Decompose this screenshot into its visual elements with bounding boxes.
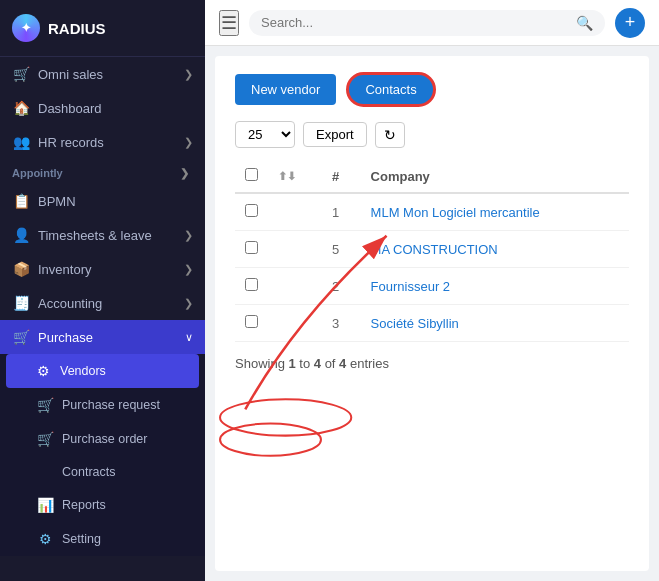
timesheets-icon: 👤 bbox=[12, 227, 30, 243]
chevron-icon: ❯ bbox=[184, 297, 193, 310]
omni-sales-icon: 🛒 bbox=[12, 66, 30, 82]
add-button[interactable]: + bbox=[615, 8, 645, 38]
sidebar-label-dashboard: Dashboard bbox=[38, 101, 102, 116]
select-all-header bbox=[235, 160, 268, 193]
row-checkbox-cell bbox=[235, 193, 268, 231]
hr-icon: 👥 bbox=[12, 134, 30, 150]
table-row: 2 Fournisseur 2 bbox=[235, 268, 629, 305]
filter-bar: 25 50 100 Export ↻ bbox=[235, 121, 629, 148]
row-sort-cell bbox=[268, 305, 322, 342]
row-checkbox-cell bbox=[235, 268, 268, 305]
th-num: # bbox=[322, 160, 361, 193]
sidebar-item-purchase[interactable]: 🛒 Purchase ∨ bbox=[0, 320, 205, 354]
dashboard-icon: 🏠 bbox=[12, 100, 30, 116]
sidebar-item-inventory[interactable]: 📦 Inventory ❯ bbox=[0, 252, 205, 286]
sidebar-item-timesheets[interactable]: 👤 Timesheets & leave ❯ bbox=[0, 218, 205, 252]
row-checkbox[interactable] bbox=[245, 241, 258, 254]
chevron-icon: ❯ bbox=[184, 136, 193, 149]
sidebar-label-setting: Setting bbox=[62, 532, 101, 546]
chevron-icon: ❯ bbox=[184, 229, 193, 242]
search-box: 🔍 bbox=[249, 10, 605, 36]
vendor-table: ⬆⬇ # Company 1 MLM Mon Logiciel mercanti… bbox=[235, 160, 629, 342]
purchase-order-icon: 🛒 bbox=[36, 431, 54, 447]
logo-icon: ✦ bbox=[12, 14, 40, 42]
sidebar-label-omni-sales: Omni sales bbox=[38, 67, 103, 82]
sidebar: ✦ RADIUS 🛒 Omni sales ❯ 🏠 Dashboard 👥 HR… bbox=[0, 0, 205, 581]
sidebar-label-purchase: Purchase bbox=[38, 330, 93, 345]
entries-summary: Showing 1 to 4 of 4 entries bbox=[235, 356, 389, 371]
sidebar-label-purchase-request: Purchase request bbox=[62, 398, 160, 412]
sidebar-item-bpmn[interactable]: 📋 BPMN bbox=[0, 184, 205, 218]
app-logo[interactable]: ✦ RADIUS bbox=[0, 0, 205, 57]
sidebar-label-inventory: Inventory bbox=[38, 262, 91, 277]
row-checkbox[interactable] bbox=[245, 315, 258, 328]
setting-icon: ⚙ bbox=[36, 531, 54, 547]
svg-point-2 bbox=[220, 424, 321, 456]
sidebar-item-purchase-order[interactable]: 🛒 Purchase order bbox=[0, 422, 205, 456]
action-bar: New vendor Contacts bbox=[235, 72, 629, 107]
select-all-checkbox[interactable] bbox=[245, 168, 258, 181]
sidebar-item-reports[interactable]: 📊 Reports bbox=[0, 488, 205, 522]
reports-icon: 📊 bbox=[36, 497, 54, 513]
sidebar-item-purchase-request[interactable]: 🛒 Purchase request bbox=[0, 388, 205, 422]
main-content: ☰ 🔍 + New vendor Contacts 25 50 100 Expo… bbox=[205, 0, 659, 581]
table-header-row: ⬆⬇ # Company bbox=[235, 160, 629, 193]
refresh-button[interactable]: ↻ bbox=[375, 122, 405, 148]
row-checkbox[interactable] bbox=[245, 278, 258, 291]
row-company[interactable]: MA CONSTRUCTION bbox=[361, 231, 629, 268]
th-sort-col[interactable]: ⬆⬇ bbox=[268, 160, 322, 193]
sidebar-label-bpmn: BPMN bbox=[38, 194, 76, 209]
vendors-icon: ⚙ bbox=[34, 363, 52, 379]
purchase-request-icon: 🛒 bbox=[36, 397, 54, 413]
sidebar-label-accounting: Accounting bbox=[38, 296, 102, 311]
row-num: 5 bbox=[322, 231, 361, 268]
bpmn-icon: 📋 bbox=[12, 193, 30, 209]
sidebar-item-omni-sales[interactable]: 🛒 Omni sales ❯ bbox=[0, 57, 205, 91]
per-page-select[interactable]: 25 50 100 bbox=[235, 121, 295, 148]
new-vendor-button[interactable]: New vendor bbox=[235, 74, 336, 105]
chevron-icon: ❯ bbox=[184, 263, 193, 276]
content-area: New vendor Contacts 25 50 100 Export ↻ ⬆… bbox=[215, 56, 649, 571]
accounting-icon: 🧾 bbox=[12, 295, 30, 311]
table-row: 3 Société Sibyllin bbox=[235, 305, 629, 342]
sidebar-item-hr-records[interactable]: 👥 HR records ❯ bbox=[0, 125, 205, 159]
inventory-icon: 📦 bbox=[12, 261, 30, 277]
table-row: 1 MLM Mon Logiciel mercantile bbox=[235, 193, 629, 231]
sidebar-label-vendors: Vendors bbox=[60, 364, 106, 378]
sidebar-item-contracts[interactable]: Contracts bbox=[0, 456, 205, 488]
sidebar-item-accounting[interactable]: 🧾 Accounting ❯ bbox=[0, 286, 205, 320]
topbar: ☰ 🔍 + bbox=[205, 0, 659, 46]
table-row: 5 MA CONSTRUCTION bbox=[235, 231, 629, 268]
sidebar-label-hr: HR records bbox=[38, 135, 104, 150]
row-num: 1 bbox=[322, 193, 361, 231]
row-sort-cell bbox=[268, 193, 322, 231]
row-num: 2 bbox=[322, 268, 361, 305]
sidebar-label-timesheets: Timesheets & leave bbox=[38, 228, 152, 243]
row-sort-cell bbox=[268, 231, 322, 268]
row-checkbox[interactable] bbox=[245, 204, 258, 217]
chevron-icon: ❯ bbox=[184, 68, 193, 81]
sidebar-label-reports: Reports bbox=[62, 498, 106, 512]
search-input[interactable] bbox=[261, 15, 570, 30]
row-num: 3 bbox=[322, 305, 361, 342]
sidebar-label-contracts: Contracts bbox=[62, 465, 116, 479]
row-sort-cell bbox=[268, 268, 322, 305]
sidebar-item-setting[interactable]: ⚙ Setting bbox=[0, 522, 205, 556]
sidebar-item-dashboard[interactable]: 🏠 Dashboard bbox=[0, 91, 205, 125]
th-company: Company bbox=[361, 160, 629, 193]
sidebar-item-vendors[interactable]: ⚙ Vendors bbox=[6, 354, 199, 388]
row-company[interactable]: Société Sibyllin bbox=[361, 305, 629, 342]
svg-point-1 bbox=[220, 399, 351, 435]
search-icon: 🔍 bbox=[576, 15, 593, 31]
row-company[interactable]: Fournisseur 2 bbox=[361, 268, 629, 305]
chevron-down-icon: ∨ bbox=[185, 331, 193, 344]
row-checkbox-cell bbox=[235, 305, 268, 342]
sidebar-section-appointly: Appointly ❯ bbox=[0, 159, 205, 184]
row-company[interactable]: MLM Mon Logiciel mercantile bbox=[361, 193, 629, 231]
purchase-submenu: ⚙ Vendors 🛒 Purchase request 🛒 Purchase … bbox=[0, 354, 205, 556]
sidebar-label-purchase-order: Purchase order bbox=[62, 432, 147, 446]
export-button[interactable]: Export bbox=[303, 122, 367, 147]
contacts-button[interactable]: Contacts bbox=[346, 72, 435, 107]
hamburger-button[interactable]: ☰ bbox=[219, 10, 239, 36]
purchase-icon: 🛒 bbox=[12, 329, 30, 345]
